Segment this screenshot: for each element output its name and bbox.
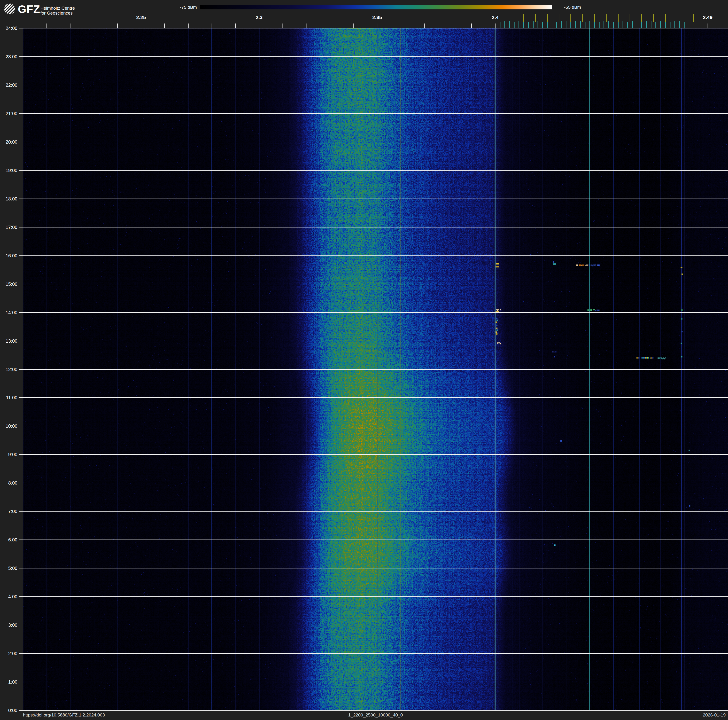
time-label-21:00: 21:00 bbox=[0, 111, 17, 116]
time-label-20:00: 20:00 bbox=[0, 139, 17, 144]
time-label-22:00: 22:00 bbox=[0, 83, 17, 88]
hour-gridline-2:00 bbox=[19, 653, 728, 654]
bluetooth-channel-tick bbox=[622, 21, 623, 28]
freq-minor-tick bbox=[283, 23, 283, 28]
freq-minor-tick bbox=[259, 23, 259, 28]
bluetooth-channel-tick bbox=[627, 22, 628, 28]
bluetooth-channel-tick bbox=[599, 22, 600, 28]
wifi-channel-tick bbox=[653, 14, 654, 21]
bluetooth-channel-tick bbox=[655, 22, 656, 28]
freq-minor-tick bbox=[471, 23, 472, 28]
bluetooth-channel-tick bbox=[651, 21, 652, 28]
bluetooth-channel-tick bbox=[500, 22, 500, 28]
bluetooth-channel-tick bbox=[679, 21, 680, 28]
freq-minor-tick bbox=[235, 23, 236, 28]
bluetooth-channel-tick bbox=[528, 22, 529, 28]
time-label-0:00: 0:00 bbox=[0, 708, 17, 713]
hour-gridline-18:00 bbox=[19, 199, 728, 199]
bluetooth-channel-tick bbox=[684, 22, 685, 28]
date-label: 2026-01-19 bbox=[703, 712, 726, 718]
wifi-channel-tick bbox=[693, 14, 694, 21]
bluetooth-channel-tick bbox=[533, 21, 534, 28]
time-label-12:00: 12:00 bbox=[0, 367, 17, 372]
freq-minor-tick bbox=[330, 23, 330, 28]
wifi-channel-tick bbox=[618, 14, 619, 21]
freq-minor-tick bbox=[164, 23, 165, 28]
hour-gridline-15:00 bbox=[19, 284, 728, 284]
time-label-11:00: 11:00 bbox=[0, 395, 17, 400]
time-label-1:00: 1:00 bbox=[0, 679, 17, 685]
bluetooth-channel-tick bbox=[547, 21, 548, 28]
hour-gridline-19:00 bbox=[19, 170, 728, 171]
freq-tick-label-2.25: 2.25 bbox=[129, 15, 153, 20]
hour-gridline-12:00 bbox=[19, 369, 728, 370]
colorbar-max-label: -55 dBm bbox=[564, 5, 602, 10]
freq-tick-label-2.4: 2.4 bbox=[483, 15, 507, 20]
freq-minor-tick bbox=[353, 23, 354, 28]
bluetooth-channel-tick bbox=[570, 22, 571, 28]
dataset-label: 1_2200_2500_10000_40_0 bbox=[23, 712, 728, 718]
time-label-24:00: 24:00 bbox=[0, 26, 17, 31]
bluetooth-channel-tick bbox=[538, 21, 538, 28]
spectrogram-page: GFZ Helmholtz Centre for Geosciences -75… bbox=[0, 0, 728, 720]
wifi-channel-tick bbox=[594, 14, 595, 21]
time-label-18:00: 18:00 bbox=[0, 196, 17, 201]
hour-gridline-21:00 bbox=[19, 113, 728, 114]
logo-subtitle-line1: Helmholtz Centre bbox=[40, 6, 75, 11]
bluetooth-channel-tick bbox=[608, 21, 609, 28]
freq-minor-tick bbox=[708, 23, 708, 28]
hour-gridline-0:00 bbox=[19, 710, 728, 711]
bluetooth-channel-tick bbox=[646, 21, 647, 28]
bluetooth-channel-tick bbox=[674, 21, 675, 28]
wifi-channel-tick bbox=[570, 14, 571, 21]
time-label-7:00: 7:00 bbox=[0, 509, 17, 514]
wifi-channel-tick bbox=[630, 14, 630, 21]
hour-gridline-13:00 bbox=[19, 341, 728, 341]
freq-minor-tick bbox=[448, 23, 448, 28]
gfz-logo-subtitle: Helmholtz Centre for Geosciences bbox=[40, 6, 75, 15]
freq-minor-tick bbox=[401, 23, 401, 28]
gfz-logo-icon bbox=[4, 3, 15, 14]
bluetooth-channel-tick bbox=[575, 21, 576, 28]
time-label-3:00: 3:00 bbox=[0, 622, 17, 628]
time-label-14:00: 14:00 bbox=[0, 310, 17, 315]
freq-minor-tick bbox=[70, 23, 70, 28]
time-label-19:00: 19:00 bbox=[0, 168, 17, 173]
bluetooth-channel-tick bbox=[556, 22, 557, 28]
time-label-10:00: 10:00 bbox=[0, 423, 17, 429]
hour-gridline-16:00 bbox=[19, 256, 728, 256]
hour-gridline-6:00 bbox=[19, 539, 728, 540]
freq-tick-label-2.3: 2.3 bbox=[247, 15, 271, 20]
bluetooth-channel-tick bbox=[514, 22, 514, 28]
time-label-6:00: 6:00 bbox=[0, 537, 17, 542]
hour-gridline-8:00 bbox=[19, 483, 728, 483]
hour-gridline-17:00 bbox=[19, 227, 728, 227]
bluetooth-channel-tick bbox=[641, 22, 642, 28]
wifi-channel-tick bbox=[547, 14, 548, 21]
time-label-2:00: 2:00 bbox=[0, 651, 17, 656]
hour-gridline-14:00 bbox=[19, 312, 728, 313]
wifi-channel-tick bbox=[641, 14, 642, 21]
wifi-channel-tick bbox=[535, 14, 536, 21]
freq-tick-label-2.35: 2.35 bbox=[366, 15, 389, 20]
hour-gridline-9:00 bbox=[19, 454, 728, 455]
logo-subtitle-line2: for Geosciences bbox=[40, 11, 75, 15]
time-label-8:00: 8:00 bbox=[0, 480, 17, 486]
gfz-logo-acronym: GFZ bbox=[18, 4, 40, 15]
wifi-channel-tick bbox=[583, 14, 583, 21]
bluetooth-channel-tick bbox=[585, 22, 586, 28]
hour-gridline-4:00 bbox=[19, 596, 728, 597]
freq-minor-tick bbox=[306, 23, 306, 28]
bluetooth-channel-tick bbox=[561, 21, 562, 28]
wifi-channel-tick bbox=[523, 14, 524, 21]
wifi-channel-tick bbox=[665, 14, 666, 21]
freq-minor-tick bbox=[94, 23, 94, 28]
bluetooth-channel-tick bbox=[542, 22, 543, 28]
wifi-channel-tick bbox=[559, 14, 560, 21]
time-label-5:00: 5:00 bbox=[0, 565, 17, 571]
hour-gridline-22:00 bbox=[19, 85, 728, 85]
hour-gridline-24:00 bbox=[19, 28, 728, 28]
bluetooth-channel-tick bbox=[637, 21, 637, 28]
bluetooth-channel-tick bbox=[505, 21, 505, 28]
colorbar-min-label: -75 dBm bbox=[164, 5, 197, 10]
